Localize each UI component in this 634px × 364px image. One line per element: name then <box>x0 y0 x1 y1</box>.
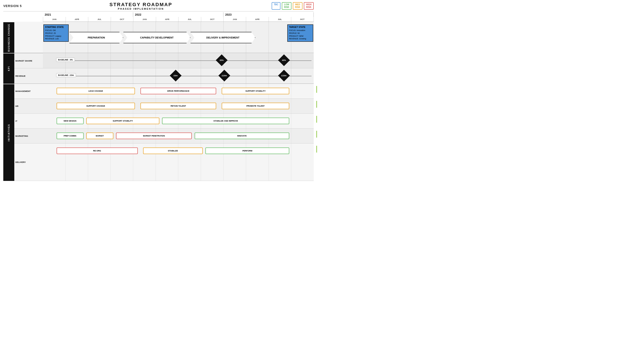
rev-line <box>56 76 312 76</box>
month-oct-2022: OCT <box>201 17 224 22</box>
timeline-row: 2021 JAN APR JUL OCT 2022 JAN APR JUL <box>43 12 314 22</box>
ms-line <box>56 60 312 61</box>
mgmt-bar-lead-change: LEAD CHANGE <box>57 88 135 94</box>
target-state-box: TARGET STATE FOCUS: Innovation PEOPLE: 5… <box>287 24 313 42</box>
mgmt-notes: NOTES Be careful of x y z <box>316 86 317 93</box>
init-management-label: MANAGEMENT <box>14 84 43 99</box>
year-2022-label: 2022 <box>133 12 224 17</box>
sub-labels: MARKET SHARE REVENUE MANAGEMENT HR IT MA… <box>14 12 43 181</box>
month-oct-2023: OCT <box>291 17 314 22</box>
kpi-revenue-label: REVENUE <box>14 68 43 84</box>
mkt-notes: NOTES Be careful of x y z <box>316 131 317 138</box>
sub-timeline-spacer <box>14 12 43 22</box>
section-label-business-change: BUSINESS CHANGE <box>3 22 14 53</box>
legend: TBC LOW RISK MED RISK HIGH RISK <box>252 2 314 10</box>
init-delivery-label: DELIVERY <box>14 144 43 181</box>
ms-diamond-20: 20% <box>218 56 226 64</box>
data-area: 2021 JAN APR JUL OCT 2022 JAN APR JUL <box>43 12 314 181</box>
it-bar-support-stab: SUPPORT STABILITY <box>86 118 159 124</box>
hr-bar-retain: RETAIN TALENT <box>140 103 216 109</box>
init-it-label: IT <box>14 114 43 128</box>
starting-state-content: FOCUS: Old PEOPLE: 25 PRODUCT: Legacy RE… <box>45 29 67 40</box>
bc-arrow-capability: CAPABILITY DEVELOPMENT <box>123 32 190 43</box>
legend-tbc: TBC <box>272 2 281 10</box>
target-state-title: TARGET STATE <box>289 26 312 28</box>
legend-low: LOW RISK <box>282 2 291 10</box>
year-2021-months: JAN APR JUL OCT <box>43 17 133 22</box>
year-2023: 2023 JAN APR JUL OCT <box>224 12 314 22</box>
body-area: BUSINESS CHANGE KPI INITIATIVES MARKET S… <box>0 12 317 182</box>
month-jul-2022: JUL <box>178 17 201 22</box>
init-hr-row: SUPPORT CHANGE RETAIN TALENT PROMOTE TAL… <box>43 99 314 114</box>
bc-arrow-preparation: PREPARATION <box>69 32 123 43</box>
month-apr-2022: APR <box>156 17 178 22</box>
legend-high: HIGH RISK <box>304 2 314 10</box>
title-block: STRATEGY ROADMAP PHASED IMPLEMENTATION <box>109 2 172 10</box>
year-2023-months: JAN APR JUL OCT <box>224 17 314 22</box>
init-management-row: LEAD CHANGE DRIVE PERFORMANCE SUPPORT ST… <box>43 84 314 99</box>
del-bar-reorg: RE-ORG <box>57 148 138 154</box>
it-notes: NOTES Be careful of x y z <box>316 116 317 123</box>
section-label-kpi: KPI <box>3 53 14 84</box>
legend-med: MED RISK <box>293 2 302 10</box>
mgmt-bar-drive-perf: DRIVE PERFORMANCE <box>140 88 216 94</box>
month-jan-2021: JAN <box>43 17 66 22</box>
init-marketing-label: MARKETING <box>14 128 43 144</box>
hr-bar-support-change: SUPPORT CHANGE <box>57 103 135 109</box>
bc-sub-spacer <box>14 22 43 53</box>
year-2022: 2022 JAN APR JUL OCT <box>133 12 224 22</box>
mkt-bar-market-pen: MARKET PENETRATION <box>116 132 192 139</box>
year-2021-label: 2021 <box>43 12 133 17</box>
it-bar-new-design: NEW DESIGN <box>57 118 84 124</box>
section-labels: BUSINESS CHANGE KPI INITIATIVES <box>3 12 14 181</box>
rev-diamond-10m: £10m <box>220 72 229 80</box>
month-apr-2023: APR <box>246 17 268 22</box>
init-it-row: NEW DESIGN SUPPORT STABILITY STABILIZE A… <box>43 114 314 128</box>
month-jan-2023: JAN <box>224 17 246 22</box>
mkt-bar-innovate: INNOVATE <box>194 132 290 139</box>
del-bar-perform: PERFORM <box>205 148 289 154</box>
bc-arrow-delivery: DELIVERY & IMPROVEMENT <box>190 32 255 43</box>
year-2023-label: 2023 <box>224 12 314 17</box>
init-delivery-row: RE-ORG STABILIZE PERFORM NOTES Be carefu… <box>43 144 314 181</box>
header: VERSION 5 STRATEGY ROADMAP PHASED IMPLEM… <box>0 0 317 11</box>
del-notes: NOTES Be careful of x y z <box>316 146 317 152</box>
month-oct-2021: OCT <box>111 17 133 22</box>
hr-bar-promote: PROMOTE TALENT <box>222 103 290 109</box>
target-state-content: FOCUS: Innovation PEOPLE: 50 PRODUCT: NE… <box>289 29 312 40</box>
mkt-bar-market: MARKET <box>86 132 113 139</box>
init-hr-label: HR <box>14 99 43 114</box>
ms-diamond-40: 40% <box>280 56 288 64</box>
hr-notes: NOTES Be careful of x y z <box>316 101 317 108</box>
init-marketing-row: PREP COMMS MARKET MARKET PENETRATION INN… <box>43 128 314 144</box>
year-2022-months: JAN APR JUL OCT <box>133 17 224 22</box>
section-label-initiatives: INITIATIVES <box>3 84 14 181</box>
starting-state-title: STARTING STATE <box>45 26 67 28</box>
mkt-bar-prep-comms: PREP COMMS <box>57 132 84 139</box>
kpi-market-share-row: BASELINE : 4% 20% 40% <box>43 53 314 68</box>
month-apr-2021: APR <box>66 17 88 22</box>
rev-diamond-5m: £5m <box>171 72 180 80</box>
timeline-spacer-label <box>3 12 14 22</box>
ms-baseline: BASELINE : 4% <box>56 58 75 62</box>
rev-baseline: BASELINE : £3m <box>56 73 76 77</box>
page: VERSION 5 STRATEGY ROADMAP PHASED IMPLEM… <box>0 0 317 182</box>
main-title: STRATEGY ROADMAP <box>109 2 172 8</box>
kpi-revenue-row: BASELINE : £3m £5m £10m £15m <box>43 68 314 84</box>
month-jan-2022: JAN <box>133 17 156 22</box>
rev-diamond-15m: £15m <box>280 72 288 80</box>
starting-state-box: STARTING STATE FOCUS: Old PEOPLE: 25 PRO… <box>43 24 69 42</box>
subtitle: PHASED IMPLEMENTATION <box>109 8 172 10</box>
year-2021: 2021 JAN APR JUL OCT <box>43 12 133 22</box>
it-bar-stabilize-improve: STABILIZE AND IMPROVE <box>162 118 289 124</box>
kpi-market-share-label: MARKET SHARE <box>14 53 43 68</box>
bc-row: STARTING STATE FOCUS: Old PEOPLE: 25 PRO… <box>43 22 314 53</box>
del-bar-stabilize: STABILIZE <box>143 148 203 154</box>
mgmt-bar-support-stab: SUPPORT STABILITY <box>222 88 290 94</box>
version-label: VERSION 5 <box>3 4 30 8</box>
month-jul-2021: JUL <box>88 17 111 22</box>
month-jul-2023: JUL <box>269 17 291 22</box>
